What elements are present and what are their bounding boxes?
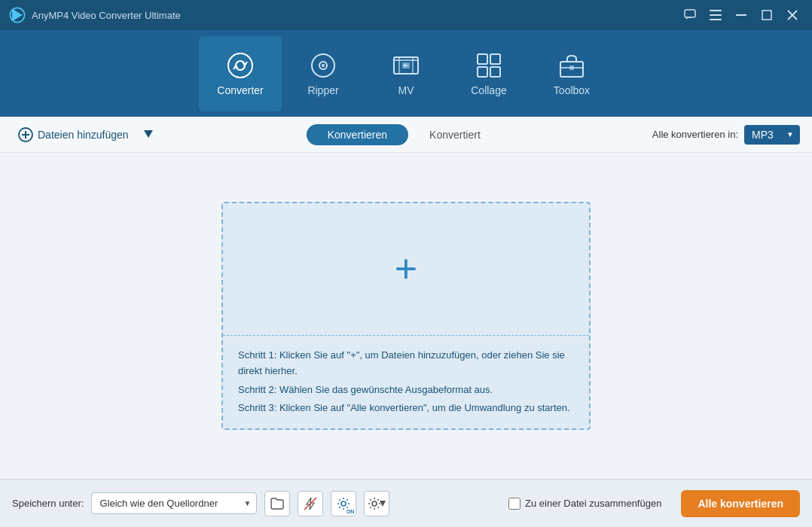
- svg-marker-29: [144, 130, 153, 138]
- add-files-label: Dateien hinzufügen: [38, 129, 129, 141]
- svg-point-33: [372, 501, 377, 506]
- nav-item-mv[interactable]: MV: [365, 36, 447, 111]
- mv-icon: [392, 51, 420, 80]
- app-logo-icon: [9, 7, 26, 23]
- flash-icon: [304, 497, 317, 510]
- instruction-3: Schritt 3: Klicken Sie auf "Alle konvert…: [238, 401, 574, 416]
- svg-point-32: [341, 501, 346, 506]
- ripper-icon: [309, 51, 337, 80]
- drop-zone[interactable]: +: [223, 203, 589, 335]
- svg-rect-7: [762, 11, 771, 20]
- svg-rect-19: [478, 54, 487, 64]
- merge-checkbox[interactable]: [508, 498, 520, 510]
- folder-select[interactable]: Gleich wie den Quellordner: [91, 492, 257, 514]
- converter-icon: [226, 51, 255, 80]
- bottom-bar: Speichern unter: Gleich wie den Quellord…: [0, 479, 812, 527]
- nav-item-collage[interactable]: Collage: [447, 36, 530, 111]
- folder-select-wrapper: Gleich wie den Quellordner: [91, 492, 257, 514]
- svg-rect-22: [490, 67, 500, 77]
- nav-label-converter: Converter: [217, 84, 263, 96]
- nav-bar: Converter Ripper MV Collage: [0, 30, 812, 117]
- format-select[interactable]: MP3 MP4 AVI MKV AAC FLAC: [744, 125, 800, 145]
- merge-label[interactable]: Zu einer Datei zusammenfügen: [525, 498, 661, 509]
- toolbar: Dateien hinzufügen Konvertieren Konverti…: [0, 117, 812, 153]
- tab-konvertieren[interactable]: Konvertieren: [307, 124, 408, 145]
- nav-item-converter[interactable]: Converter: [199, 36, 282, 111]
- svg-marker-34: [380, 501, 386, 507]
- toolbox-icon: [557, 51, 586, 80]
- svg-rect-6: [736, 14, 746, 16]
- add-files-dropdown-button[interactable]: [141, 126, 156, 143]
- save-to-label: Speichern unter:: [12, 498, 84, 509]
- folder-browse-button[interactable]: [264, 491, 290, 516]
- tab-area: Konvertieren Konvertiert: [162, 124, 646, 145]
- nav-label-ripper: Ripper: [307, 84, 338, 96]
- minimize-button[interactable]: [731, 6, 752, 24]
- format-select-wrapper: MP3 MP4 AVI MKV AAC FLAC: [744, 125, 800, 145]
- chat-button[interactable]: [679, 6, 701, 24]
- close-button[interactable]: [782, 6, 803, 24]
- more-settings-button[interactable]: [364, 491, 389, 516]
- convert-all-button[interactable]: Alle konvertieren: [681, 490, 800, 517]
- svg-rect-25: [569, 65, 574, 70]
- dropdown-arrow-icon: [144, 130, 153, 138]
- svg-rect-20: [490, 54, 500, 64]
- drop-area[interactable]: + Schritt 1: Klicken Sie auf "+", um Dat…: [221, 202, 591, 430]
- svg-rect-5: [710, 19, 722, 20]
- svg-point-13: [322, 64, 325, 67]
- maximize-button[interactable]: [756, 6, 777, 24]
- nav-label-collage: Collage: [471, 84, 506, 96]
- title-bar-left: AnyMP4 Video Converter Ultimate: [9, 7, 181, 23]
- convert-all-area: Alle konvertieren in: MP3 MP4 AVI MKV AA…: [652, 125, 800, 145]
- nav-label-mv: MV: [398, 84, 414, 96]
- svg-point-10: [228, 53, 252, 78]
- svg-rect-3: [710, 10, 722, 11]
- nav-item-toolbox[interactable]: Toolbox: [530, 36, 613, 111]
- convert-all-label: Alle konvertieren in:: [652, 129, 738, 140]
- on-badge: ON: [346, 509, 355, 514]
- tab-konvertiert[interactable]: Konvertiert: [408, 124, 502, 145]
- title-bar: AnyMP4 Video Converter Ultimate: [0, 0, 812, 30]
- dropdown-chevron-icon: [380, 501, 386, 507]
- svg-marker-0: [12, 9, 23, 22]
- nav-label-toolbox: Toolbox: [554, 84, 590, 96]
- app-title: AnyMP4 Video Converter Ultimate: [32, 10, 181, 21]
- drop-plus-icon: +: [395, 249, 417, 288]
- settings-on-button[interactable]: ON: [331, 491, 356, 516]
- merge-checkbox-area: Zu einer Datei zusammenfügen: [508, 498, 661, 510]
- menu-button[interactable]: [705, 6, 726, 24]
- title-bar-controls: [679, 6, 803, 24]
- svg-rect-2: [685, 10, 695, 17]
- add-files-button[interactable]: Dateien hinzufügen: [12, 124, 135, 145]
- instruction-2: Schritt 2: Wählen Sie das gewünschte Aus…: [238, 382, 574, 398]
- flash-off-button[interactable]: [298, 491, 323, 516]
- svg-rect-4: [710, 14, 722, 16]
- svg-rect-21: [478, 67, 487, 77]
- plus-circle-icon: [18, 127, 33, 142]
- nav-item-ripper[interactable]: Ripper: [282, 36, 365, 111]
- folder-icon: [270, 498, 284, 510]
- collage-icon: [475, 51, 503, 80]
- main-content: + Schritt 1: Klicken Sie auf "+", um Dat…: [0, 153, 812, 479]
- instructions: Schritt 1: Klicken Sie auf "+", um Datei…: [223, 335, 589, 428]
- instruction-1: Schritt 1: Klicken Sie auf "+", um Datei…: [238, 348, 574, 379]
